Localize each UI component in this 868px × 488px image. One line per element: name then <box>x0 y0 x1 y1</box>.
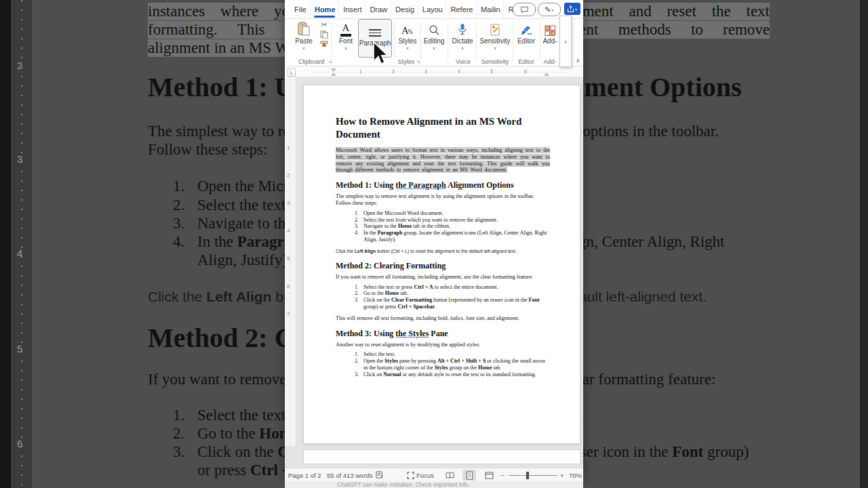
page-1[interactable]: How to Remove Alignment in an MS Word Do… <box>303 85 580 444</box>
paragraph: The simplest way to remove text alignmen… <box>336 193 550 207</box>
right-indent-marker[interactable] <box>544 73 549 76</box>
flyout-arrow-icon: › <box>564 38 566 45</box>
ruler-number: 2 <box>287 172 290 178</box>
tab-mailings[interactable]: Mailin <box>476 0 503 18</box>
zoom-out-button[interactable]: − <box>500 468 505 482</box>
tab-references[interactable]: Refere <box>446 0 476 18</box>
comments-button[interactable] <box>513 3 536 16</box>
cut-icon[interactable]: ✂ <box>321 21 327 28</box>
mouse-cursor <box>372 41 389 66</box>
sensitivity-button[interactable]: Sensitivity ∨ <box>477 20 513 56</box>
sensitivity-icon <box>489 20 501 37</box>
status-bar: Page 1 of 2 55 of 413 words Focus − + 7 <box>285 468 583 482</box>
editing-group-button[interactable]: Editing ∨ <box>422 20 446 56</box>
background-vertical-ruler: 2 3 4 5 6 <box>11 0 33 488</box>
group-label-styles: Styles <box>395 58 418 65</box>
font-icon: A <box>340 20 351 37</box>
group-label-voice: Voice <box>452 58 475 65</box>
add-ins-button[interactable]: Add- <box>541 20 559 56</box>
tab-draw[interactable]: Draw <box>365 0 391 18</box>
web-layout-button[interactable] <box>482 470 496 481</box>
button-label: Add- <box>542 38 557 45</box>
ruler-ticks <box>21 0 22 488</box>
tab-layout[interactable]: Layou <box>418 0 446 18</box>
copy-icon[interactable] <box>320 30 328 39</box>
comment-icon <box>520 6 529 14</box>
print-layout-icon <box>466 471 473 480</box>
button-label: Dictate <box>452 38 473 45</box>
format-painter-icon[interactable] <box>320 41 328 47</box>
editing-search-icon <box>428 20 440 37</box>
ribbon-overflow-flyout[interactable]: › <box>559 16 572 67</box>
vertical-ruler[interactable]: 1 2 3 4 5 6 7 <box>285 77 296 446</box>
web-layout-icon <box>485 472 494 479</box>
font-group-button[interactable]: A Font ∨ <box>335 20 357 56</box>
proofing-icon[interactable] <box>376 468 384 482</box>
zoom-level[interactable]: 70% <box>569 468 582 482</box>
button-label: Sensitivity <box>479 38 510 45</box>
list-item: 2.Open the Styles pane by pressing Alt +… <box>355 358 550 371</box>
editor-button[interactable]: Editor <box>514 20 538 56</box>
tab-home[interactable]: Home <box>310 0 338 18</box>
heading-method-3: Method 3: Using the Styles Pane <box>336 329 550 338</box>
chevron-down-icon: ∨ <box>461 46 464 50</box>
numbered-list: 1.Select the text or press Ctrl + A to s… <box>355 284 550 310</box>
zoom-slider[interactable] <box>509 475 557 476</box>
ruler-number: 1 <box>287 144 290 150</box>
list-item: 1.Select the text or press Ctrl + A to s… <box>355 284 550 291</box>
ruler-number: 5 <box>17 343 22 354</box>
zoom-slider-thumb[interactable] <box>526 472 529 479</box>
ruler-number: 6 <box>287 283 290 289</box>
page-2-top[interactable] <box>303 449 580 464</box>
print-layout-button[interactable] <box>462 470 476 481</box>
focus-button[interactable]: Focus <box>407 468 434 482</box>
drawing-tools-button[interactable]: ✎∨ <box>538 3 561 16</box>
editor-pen-icon <box>519 20 533 37</box>
zoom-in-button[interactable]: + <box>560 468 564 482</box>
list-item: 2.Select the text from which you want to… <box>355 217 550 224</box>
screenshot-stage: 2 3 4 5 6 instances where you want to re… <box>0 0 868 488</box>
share-button[interactable]: ∨ <box>564 3 580 15</box>
list-item: 1.Select the text. <box>355 351 550 358</box>
ruler-number: 3 <box>287 200 290 206</box>
ruler-number: 3 <box>422 68 429 75</box>
ruler-number: 4 <box>456 68 462 75</box>
group-divider <box>331 22 332 60</box>
styles-group-button[interactable]: A✎ Styles ∨ <box>396 20 419 56</box>
ribbon-collapse-icon[interactable]: ∧ <box>576 58 580 64</box>
page-indicator[interactable]: Page 1 of 2 <box>288 468 321 482</box>
ruler-number: 6 <box>17 438 22 449</box>
list-item: 3.Navigate to the Home tab in the ribbon… <box>355 223 550 230</box>
tab-file[interactable]: File <box>290 0 310 18</box>
first-line-indent-marker[interactable] <box>331 68 336 72</box>
tab-stop-selector[interactable]: L <box>288 68 296 77</box>
document-canvas[interactable]: 1 2 3 4 5 6 7 How to Remove Alignment in… <box>285 77 583 468</box>
ruler-number: 2 <box>390 68 397 75</box>
hanging-indent-marker[interactable] <box>331 73 336 76</box>
group-divider <box>448 22 448 60</box>
read-mode-icon <box>446 472 454 479</box>
numbered-list: 1.Select the text. 2.Open the Styles pan… <box>355 351 550 378</box>
group-label-sensitivity: Sensitivity <box>477 58 513 65</box>
dialog-launcher-icon[interactable]: ↘ <box>328 59 332 64</box>
group-divider <box>513 22 513 60</box>
list-item: 4.In the Paragraph group, locate the ali… <box>355 230 550 243</box>
ribbon: Paste ∨ ✂ A Font ∨ Paragraph ∨ <box>285 19 583 66</box>
dictate-button[interactable]: Dictate ∨ <box>449 20 476 56</box>
chatgpt-disclaimer-text: ChatGPT can make mistakes. Check importa… <box>285 481 583 488</box>
background-left-edge <box>0 0 11 488</box>
dialog-launcher-icon[interactable]: ↘ <box>416 59 420 64</box>
styles-icon: A✎ <box>401 20 414 37</box>
list-item: 3.Click on Normal or any default style t… <box>355 371 550 378</box>
page-content: How to Remove Alignment in an MS Word Do… <box>336 115 550 382</box>
ruler-number: 7 <box>287 311 290 317</box>
tab-insert[interactable]: Insert <box>338 0 365 18</box>
read-mode-button[interactable] <box>443 470 456 481</box>
paste-button[interactable]: Paste ∨ <box>292 20 316 56</box>
word-count[interactable]: 55 of 413 words <box>327 468 373 482</box>
group-label-clipboard: Clipboard <box>292 58 331 65</box>
ruler-number: 3 <box>17 153 22 165</box>
heading-method-1: Method 1: Using the Paragraph Alignment … <box>336 180 550 190</box>
ruler-ticks <box>312 72 570 73</box>
tab-design[interactable]: Desig <box>391 0 418 18</box>
